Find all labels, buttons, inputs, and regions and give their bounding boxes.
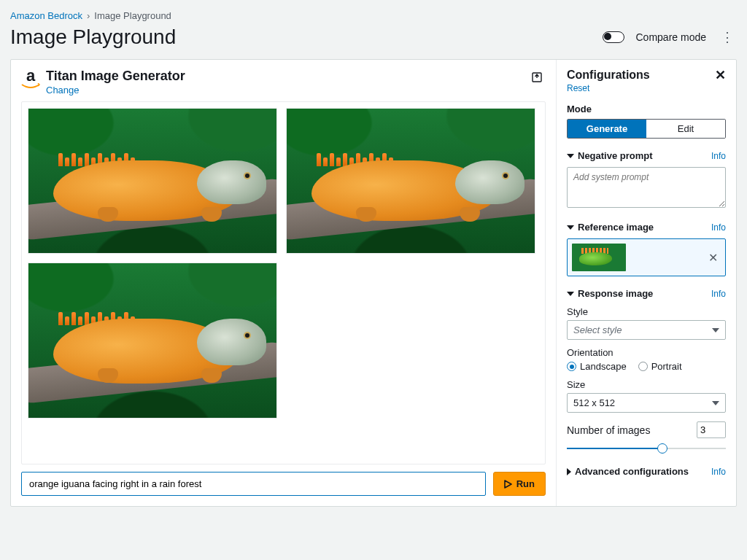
size-select[interactable]: 512 x 512 bbox=[567, 393, 726, 413]
orientation-portrait-radio[interactable]: Portrait bbox=[638, 361, 682, 372]
orientation-landscape-radio[interactable]: Landscape bbox=[567, 361, 627, 372]
config-reset-link[interactable]: Reset bbox=[567, 83, 589, 93]
remove-icon[interactable]: ✕ bbox=[705, 249, 721, 266]
chevron-down-icon bbox=[567, 154, 574, 158]
orientation-label: Orientation bbox=[567, 347, 726, 358]
style-placeholder: Select style bbox=[573, 324, 622, 335]
compare-mode-label: Compare mode bbox=[636, 31, 707, 43]
generated-image[interactable] bbox=[28, 262, 277, 419]
style-label: Style bbox=[567, 306, 726, 317]
prompt-input[interactable] bbox=[21, 472, 486, 496]
info-link[interactable]: Info bbox=[711, 222, 726, 233]
num-images-label: Number of images bbox=[567, 424, 650, 436]
num-images-input[interactable] bbox=[697, 421, 726, 438]
info-link[interactable]: Info bbox=[711, 467, 726, 477]
generated-image[interactable] bbox=[28, 108, 277, 254]
negative-prompt-input[interactable] bbox=[567, 167, 726, 208]
breadcrumb-current: Image Playground bbox=[94, 10, 171, 21]
size-label: Size bbox=[567, 379, 726, 390]
response-image-toggle[interactable]: Response image Info bbox=[567, 288, 726, 299]
size-value: 512 x 512 bbox=[573, 397, 615, 408]
mode-label: Mode bbox=[567, 104, 726, 114]
run-button[interactable]: Run bbox=[493, 472, 546, 496]
info-link[interactable]: Info bbox=[711, 289, 726, 299]
chevron-down-icon bbox=[712, 401, 719, 405]
export-icon[interactable] bbox=[528, 69, 546, 88]
model-change-link[interactable]: Change bbox=[46, 85, 80, 96]
reference-image-toggle[interactable]: Reference image Info bbox=[567, 222, 726, 233]
generated-image[interactable] bbox=[286, 108, 535, 254]
chevron-right-icon: › bbox=[87, 10, 90, 21]
image-gallery bbox=[21, 101, 546, 464]
mode-generate-tab[interactable]: Generate bbox=[568, 120, 646, 138]
chevron-down-icon bbox=[567, 225, 574, 230]
close-icon[interactable]: ✕ bbox=[715, 69, 726, 82]
breadcrumb: Amazon Bedrock › Image Playground bbox=[10, 10, 737, 21]
config-title: Configurations bbox=[567, 69, 650, 82]
chevron-right-icon bbox=[567, 468, 571, 475]
advanced-config-toggle[interactable]: Advanced configurations Info bbox=[567, 466, 726, 477]
play-icon bbox=[504, 480, 512, 489]
kebab-icon[interactable]: ⋮ bbox=[718, 28, 737, 47]
breadcrumb-root[interactable]: Amazon Bedrock bbox=[10, 10, 82, 21]
style-select[interactable]: Select style bbox=[567, 320, 726, 340]
num-images-slider[interactable] bbox=[567, 443, 726, 454]
mode-edit-tab[interactable]: Edit bbox=[646, 120, 725, 138]
amazon-logo-icon: a bbox=[21, 69, 40, 89]
compare-mode-toggle[interactable] bbox=[603, 31, 624, 43]
info-link[interactable]: Info bbox=[711, 151, 726, 161]
page-title: Image Playground bbox=[10, 26, 176, 49]
reference-image-box[interactable]: ✕ bbox=[567, 238, 726, 276]
chevron-down-icon bbox=[712, 328, 719, 332]
mode-segmented: Generate Edit bbox=[567, 119, 726, 139]
model-title: Titan Image Generator bbox=[46, 69, 185, 84]
chevron-down-icon bbox=[567, 292, 574, 296]
reference-thumbnail bbox=[572, 244, 626, 271]
negative-prompt-toggle[interactable]: Negative prompt Info bbox=[567, 150, 726, 161]
run-button-label: Run bbox=[516, 478, 535, 489]
